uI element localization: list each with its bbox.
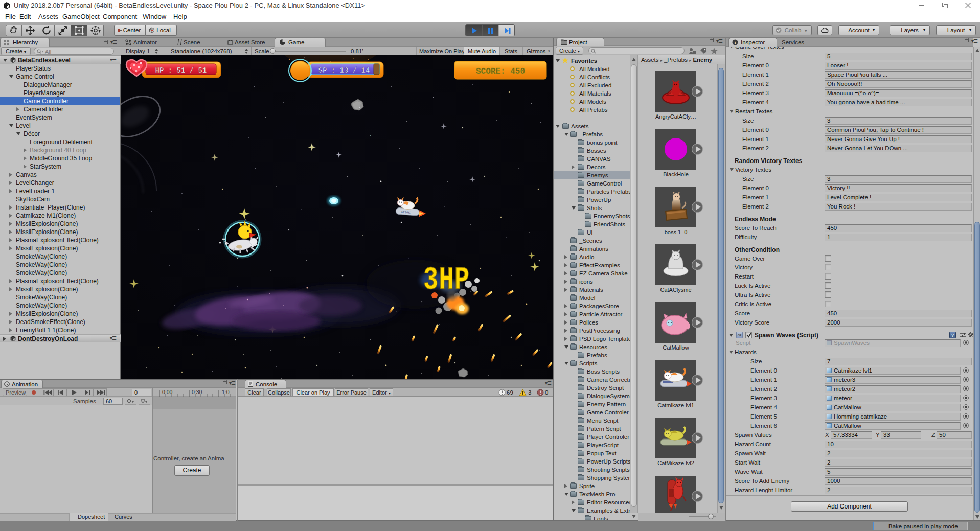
svg-text:CatMikaze lvl2: CatMikaze lvl2 [657, 460, 694, 466]
svg-text:3HP: 3HP [423, 262, 470, 298]
svg-text:CatAClysme: CatAClysme [660, 287, 691, 293]
svg-text:boss 1_0: boss 1_0 [665, 229, 688, 235]
svg-text:BlackHole: BlackHole [663, 171, 689, 177]
svg-text:ATTAK: ATTAK [401, 211, 411, 214]
svg-text:SCORE: 450: SCORE: 450 [476, 67, 525, 76]
svg-text:Catmikaze lvl1: Catmikaze lvl1 [657, 402, 694, 408]
svg-text:SP : 13 / 14: SP : 13 / 14 [318, 66, 370, 75]
svg-text:AngryCatACly…: AngryCatACly… [655, 113, 696, 120]
svg-text:HP : 51 / 51: HP : 51 / 51 [155, 66, 207, 75]
svg-text:CatMallow: CatMallow [663, 344, 689, 351]
